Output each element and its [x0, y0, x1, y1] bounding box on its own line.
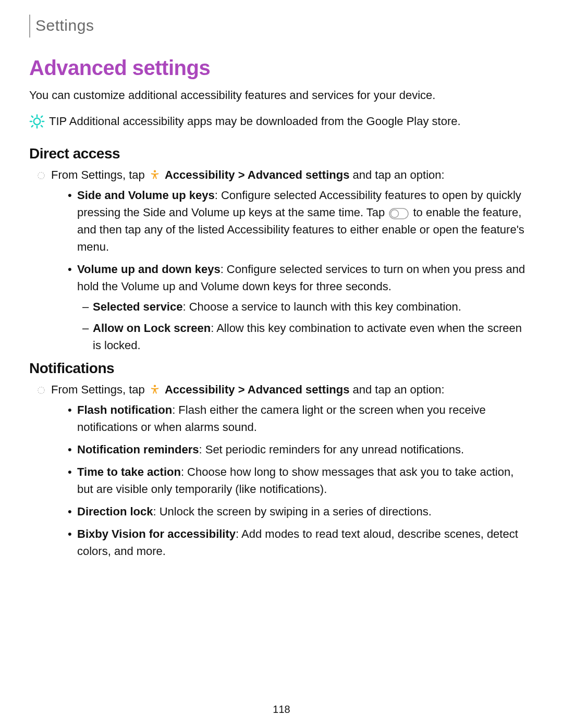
notifications-list: Flash notification: Flash either the cam… [29, 401, 534, 560]
tip-body: Additional accessibility apps may be dow… [69, 115, 461, 128]
svg-line-8 [41, 126, 42, 127]
svg-point-0 [34, 118, 41, 125]
svg-point-12 [391, 209, 399, 217]
lightbulb-icon [29, 114, 45, 129]
step-notifications: From Settings, tap Accessibility > Advan… [51, 381, 534, 398]
direct-access-list: Side and Volume up keys: Configure selec… [29, 187, 534, 354]
tip-label: TIP [49, 115, 67, 128]
subitem-text: : Choose a service to launch with this k… [182, 300, 461, 313]
step-direct-access: From Settings, tap Accessibility > Advan… [51, 166, 534, 183]
item-text: : Unlock the screen by swiping in a seri… [153, 505, 431, 518]
path-separator: > [238, 168, 248, 181]
item-title: Notification reminders [77, 443, 199, 456]
svg-line-7 [32, 126, 33, 127]
svg-line-5 [32, 116, 33, 117]
path-accessibility: Accessibility [165, 168, 235, 181]
ring-bullet-icon [36, 168, 46, 177]
page-container: Settings Advanced settings You can custo… [0, 0, 563, 728]
item-title: Time to take action [77, 465, 181, 478]
item-title: Direction lock [77, 505, 153, 518]
item-title: Flash notification [77, 403, 172, 416]
subitem-title: Selected service [93, 300, 182, 313]
path-advanced-settings: Advanced settings [248, 383, 350, 396]
tip-text: TIP Additional accessibility apps may be… [49, 113, 461, 130]
item-title: Side and Volume up keys [77, 189, 215, 202]
intro-paragraph: You can customize additional accessibili… [29, 87, 534, 104]
tip-row: TIP Additional accessibility apps may be… [29, 113, 534, 130]
section-heading-direct-access: Direct access [29, 145, 534, 162]
list-item: Selected service: Choose a service to la… [93, 298, 532, 315]
item-text: : Set periodic reminders for any unread … [199, 443, 464, 456]
svg-point-13 [38, 387, 45, 393]
path-advanced-settings: Advanced settings [248, 168, 350, 181]
svg-point-14 [154, 385, 156, 387]
header-title: Settings [35, 17, 534, 34]
list-item: Direction lock: Unlock the screen by swi… [77, 503, 534, 520]
toggle-icon [389, 208, 409, 219]
sub-list: Selected service: Choose a service to la… [77, 298, 532, 354]
page-heading: Advanced settings [29, 56, 534, 80]
section-heading-notifications: Notifications [29, 360, 534, 377]
ring-bullet-icon [36, 382, 46, 392]
list-item: Allow on Lock screen: Allow this key com… [93, 319, 532, 354]
header-block: Settings [29, 15, 534, 38]
accessibility-icon [149, 169, 161, 181]
list-item: Notification reminders: Set periodic rem… [77, 441, 534, 458]
step-prefix: From Settings, tap [51, 383, 148, 396]
page-number: 118 [0, 704, 563, 715]
list-item: Side and Volume up keys: Configure selec… [77, 187, 534, 255]
step-suffix: and tap an option: [353, 383, 445, 396]
item-title: Volume up and down keys [77, 263, 221, 276]
svg-point-10 [154, 170, 156, 172]
path-separator: > [238, 383, 248, 396]
step-suffix: and tap an option: [353, 168, 445, 181]
subitem-title: Allow on Lock screen [93, 322, 211, 335]
list-item: Time to take action: Choose how long to … [77, 463, 534, 498]
item-title: Bixby Vision for accessibility [77, 527, 236, 540]
svg-line-6 [41, 116, 42, 117]
svg-point-9 [38, 172, 45, 179]
list-item: Flash notification: Flash either the cam… [77, 401, 534, 436]
accessibility-icon [149, 384, 161, 396]
list-item: Volume up and down keys: Configure selec… [77, 261, 534, 354]
path-accessibility: Accessibility [165, 383, 235, 396]
list-item: Bixby Vision for accessibility: Add mode… [77, 525, 534, 560]
step-prefix: From Settings, tap [51, 168, 148, 181]
